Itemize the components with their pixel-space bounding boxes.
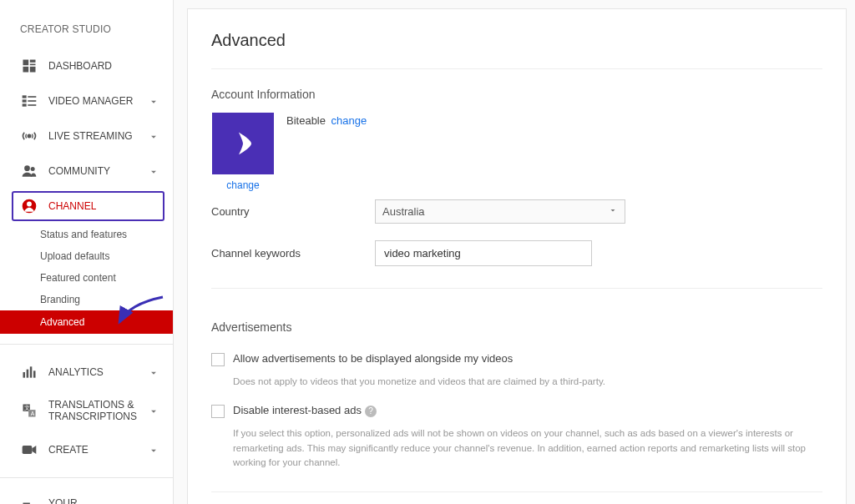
sidebar-item-label: COMMUNITY (48, 165, 148, 177)
disable-interest-ads-help: If you select this option, personalized … (211, 425, 822, 478)
contributions-icon (20, 501, 38, 504)
sidebar-item-community[interactable]: COMMUNITY (0, 154, 173, 189)
page-title: Advanced (211, 9, 822, 69)
sidebar-item-label: DASHBOARD (48, 60, 158, 72)
change-name-link[interactable]: change (331, 114, 367, 127)
chevron-down-icon (148, 166, 158, 176)
allow-ads-label: Allow advertisements to be displayed alo… (233, 352, 513, 365)
chevron-down-icon (148, 406, 158, 416)
svg-rect-4 (30, 67, 36, 73)
chevron-down-icon (148, 445, 158, 455)
svg-point-13 (31, 167, 35, 171)
sidebar-item-label: TRANSLATIONS & TRANSCRIPTIONS (48, 399, 148, 423)
svg-rect-22 (23, 446, 33, 454)
channel-icon (20, 198, 38, 214)
sidebar-item-create[interactable]: CREATE (0, 432, 173, 467)
create-icon (20, 441, 38, 458)
sidebar-item-label: VIDEO MANAGER (48, 95, 148, 107)
country-label: Country (211, 205, 375, 218)
keywords-label: Channel keywords (211, 247, 375, 260)
allow-ads-help: Does not apply to videos that you moneti… (211, 373, 822, 397)
sidebar-item-video-manager[interactable]: VIDEO MANAGER (0, 83, 173, 118)
chevron-down-icon (148, 367, 158, 377)
account-name: Biteable change (286, 113, 367, 127)
svg-rect-8 (28, 100, 36, 102)
svg-point-15 (27, 202, 32, 207)
chevron-down-icon (148, 131, 158, 141)
svg-rect-5 (23, 95, 27, 98)
community-icon (20, 163, 38, 179)
help-icon[interactable]: ? (365, 406, 377, 417)
country-value: Australia (382, 205, 425, 218)
svg-rect-10 (28, 104, 36, 106)
account-section: Account Information change Biteable chan… (188, 69, 846, 504)
svg-rect-2 (30, 64, 36, 66)
svg-rect-19 (33, 370, 36, 377)
svg-rect-7 (23, 99, 27, 102)
account-name-text: Biteable (286, 114, 326, 127)
svg-rect-1 (30, 60, 36, 63)
video-manager-icon (20, 93, 38, 109)
live-streaming-icon (20, 128, 38, 144)
subitem-branding[interactable]: Branding (40, 289, 173, 310)
panel: Advanced Account Information change Bite… (187, 8, 847, 504)
subitem-upload-defaults[interactable]: Upload defaults (40, 245, 173, 267)
svg-rect-3 (23, 67, 29, 73)
content: Advanced Account Information change Bite… (174, 0, 855, 504)
keywords-input[interactable] (375, 240, 592, 266)
subitem-status[interactable]: Status and features (40, 224, 173, 245)
chevron-down-icon (148, 96, 158, 106)
sidebar-item-dashboard[interactable]: DASHBOARD (0, 48, 173, 83)
sidebar-item-translations[interactable]: 文A TRANSLATIONS & TRANSCRIPTIONS (0, 390, 173, 432)
sidebar-item-label: ANALYTICS (48, 366, 148, 378)
svg-rect-17 (27, 370, 29, 378)
sidebar-item-label: YOUR CONTRIBUTIONS (48, 497, 158, 504)
account-section-title: Account Information (211, 69, 822, 113)
channel-subitems: Status and features Upload defaults Feat… (0, 224, 173, 334)
chevron-down-icon (608, 205, 618, 218)
analytics-icon (20, 364, 38, 381)
svg-rect-18 (30, 366, 33, 377)
sidebar-item-contributions[interactable]: YOUR CONTRIBUTIONS (0, 488, 173, 504)
sidebar-item-analytics[interactable]: ANALYTICS (0, 355, 173, 390)
svg-point-12 (24, 165, 30, 171)
translations-icon: 文A (20, 402, 38, 419)
dashboard-icon (20, 58, 38, 74)
sidebar-item-label: CREATE (48, 444, 148, 456)
svg-rect-9 (23, 103, 27, 106)
sidebar-item-channel[interactable]: CHANNEL (12, 191, 164, 221)
svg-text:文: 文 (24, 406, 30, 411)
sidebar-item-label: LIVE STREAMING (48, 130, 148, 142)
allow-ads-checkbox[interactable] (211, 353, 225, 366)
divider (0, 477, 173, 478)
sidebar-title: CREATOR STUDIO (0, 15, 173, 48)
disable-interest-ads-label: Disable interest-based ads? (233, 404, 377, 417)
channel-avatar (212, 113, 274, 174)
disable-interest-ads-checkbox[interactable] (211, 405, 225, 418)
sidebar-item-label: CHANNEL (48, 200, 156, 212)
divider (0, 344, 173, 345)
country-select[interactable]: Australia (375, 199, 625, 224)
sidebar-item-live-streaming[interactable]: LIVE STREAMING (0, 118, 173, 154)
ads-section-title: Advertisements (211, 302, 822, 345)
svg-point-11 (28, 134, 32, 139)
subitem-featured-content[interactable]: Featured content (40, 267, 173, 289)
svg-rect-0 (23, 60, 29, 66)
sidebar: CREATOR STUDIO DASHBOARD VIDEO MANAGER L… (0, 0, 174, 504)
subitem-advanced[interactable]: Advanced (0, 310, 173, 334)
svg-rect-6 (28, 96, 36, 98)
change-avatar-link[interactable]: change (226, 179, 259, 191)
svg-rect-16 (23, 372, 26, 378)
svg-text:A: A (31, 411, 35, 416)
